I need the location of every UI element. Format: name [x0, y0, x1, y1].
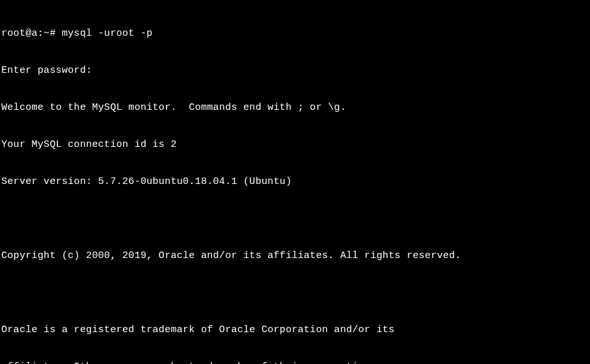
terminal-line: affiliates. Other names may be trademark… — [1, 361, 589, 364]
terminal-line: Copyright (c) 2000, 2019, Oracle and/or … — [1, 250, 589, 262]
terminal-output[interactable]: root@a:~# mysql -uroot -p Enter password… — [1, 3, 589, 364]
terminal-line — [1, 213, 589, 225]
terminal-line: Your MySQL connection id is 2 — [1, 138, 589, 151]
terminal-line: Enter password: — [1, 64, 589, 77]
terminal-line: Welcome to the MySQL monitor. Commands e… — [1, 101, 589, 114]
terminal-line: root@a:~# mysql -uroot -p — [1, 27, 589, 40]
terminal-line: Oracle is a registered trademark of Orac… — [1, 324, 589, 336]
terminal-line — [1, 287, 589, 299]
terminal-line: Server version: 5.7.26-0ubuntu0.18.04.1 … — [1, 176, 589, 188]
